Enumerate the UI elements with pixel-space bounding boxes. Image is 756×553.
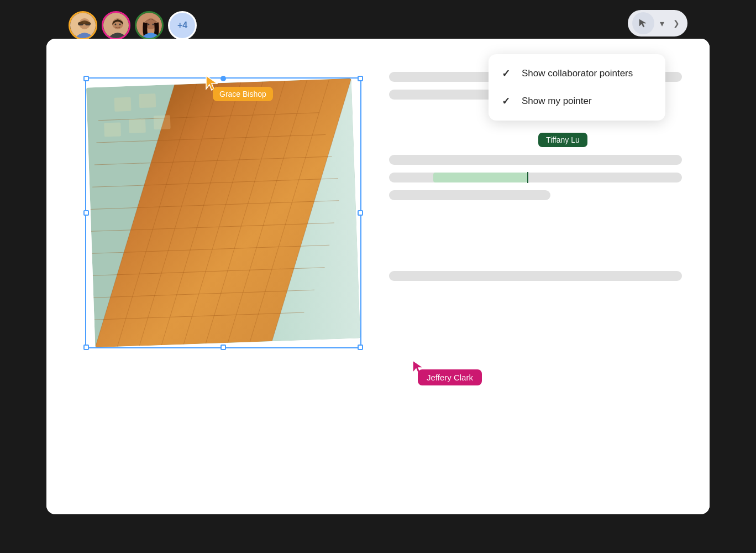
jeffery-label: Jeffery Clark <box>418 369 482 385</box>
handle-top-left[interactable] <box>83 76 89 81</box>
show-my-pointer-label: Show my pointer <box>522 96 592 107</box>
content-line-4 <box>389 190 550 200</box>
text-selection-highlight <box>433 173 527 182</box>
svg-marker-13 <box>639 19 646 27</box>
text-cursor <box>527 172 528 183</box>
svg-rect-43 <box>154 115 171 129</box>
building-svg <box>86 79 360 347</box>
image-selection-area: Grace Bishop <box>80 72 361 354</box>
check-icon-my: ✓ <box>502 95 513 107</box>
building-image[interactable] <box>86 79 360 347</box>
svg-point-12 <box>153 24 154 25</box>
check-icon-collab: ✓ <box>502 67 513 80</box>
avatar-user3[interactable] <box>135 11 164 40</box>
handle-bottom-mid[interactable] <box>221 345 226 350</box>
tiffany-label: Tiffany Lu <box>538 133 587 147</box>
bottom-content-area <box>389 271 682 289</box>
svg-point-8 <box>119 24 121 25</box>
jeffery-cursor-area: Jeffery Clark <box>411 359 426 378</box>
content-line-3 <box>389 155 682 165</box>
tiffany-area: Tiffany Lu <box>389 138 682 208</box>
svg-point-11 <box>148 24 150 25</box>
handle-mid-right[interactable] <box>358 210 363 216</box>
show-collaborator-pointers-label: Show collaborator pointers <box>522 68 633 79</box>
svg-point-7 <box>115 24 117 25</box>
cursor-mode-button[interactable] <box>632 12 654 34</box>
dropdown-arrow-button[interactable]: ▾ <box>657 16 668 31</box>
cursor-toolbar-group: ▾ ❯ <box>628 10 687 36</box>
expand-button[interactable]: ❯ <box>670 17 683 30</box>
handle-mid-left[interactable] <box>83 210 89 216</box>
canvas-area: +4 ▾ ❯ ✓ Show collaborator pointers <box>46 39 710 514</box>
avatars-row: +4 <box>69 11 197 40</box>
show-my-pointer-item[interactable]: ✓ Show my pointer <box>489 87 665 115</box>
text-selection-line[interactable] <box>389 173 682 182</box>
avatar-user2[interactable] <box>102 11 130 40</box>
svg-rect-40 <box>139 93 156 108</box>
handle-bottom-left[interactable] <box>83 345 89 350</box>
handle-top-mid[interactable] <box>221 76 226 81</box>
cursor-icon <box>638 18 648 28</box>
handle-top-right[interactable] <box>358 76 363 81</box>
show-collaborator-pointers-item[interactable]: ✓ Show collaborator pointers <box>489 60 665 87</box>
grace-label: Grace Bishop <box>213 87 273 101</box>
collaborator-dropdown: ✓ Show collaborator pointers ✓ Show my p… <box>489 54 665 121</box>
svg-rect-42 <box>129 119 146 133</box>
main-content: ✓ Show collaborator pointers ✓ Show my p… <box>46 39 710 514</box>
svg-rect-41 <box>104 122 121 137</box>
handle-bottom-right[interactable] <box>358 345 363 350</box>
grace-cursor-area: Grace Bishop <box>204 75 219 95</box>
content-line-5 <box>389 271 682 281</box>
avatar-user1[interactable] <box>69 11 97 40</box>
extra-users-badge[interactable]: +4 <box>168 11 197 40</box>
toolbar-area: ▾ ❯ <box>628 10 687 36</box>
svg-rect-39 <box>114 97 132 112</box>
